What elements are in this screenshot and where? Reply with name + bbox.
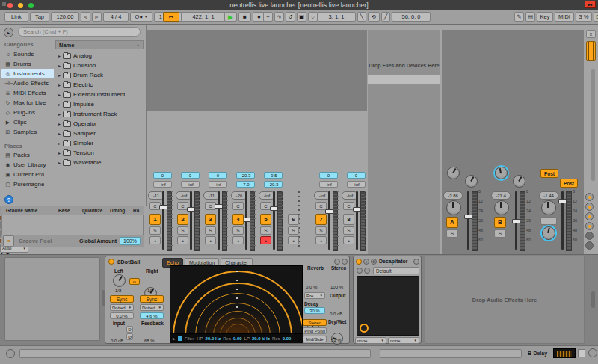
plugin-title[interactable]: Decapitator <box>379 259 408 264</box>
drop-audio-effects-area[interactable]: Drop Audio Effects Here <box>425 256 585 344</box>
groove-wave-icon[interactable]: ≈ <box>3 235 14 247</box>
show-returns-toggle[interactable] <box>585 212 594 220</box>
return-pan-knob[interactable] <box>446 200 461 215</box>
reverb-value[interactable]: 0.0 % <box>306 285 317 289</box>
punch-out-toggle[interactable]: ╱ <box>381 12 390 22</box>
echo-input-value[interactable]: 0.0 dB <box>111 339 123 343</box>
groove-column-2[interactable]: Quantize <box>82 208 102 213</box>
automation-arm-toggle[interactable]: ∿ <box>274 12 284 22</box>
return-activator-button[interactable]: A <box>446 217 458 228</box>
decay-field[interactable]: 30 % <box>304 307 325 314</box>
place-item-user-library[interactable]: ◉User Library <box>1 160 54 170</box>
echo-filter-bar[interactable]: ▶ Filter HP20.0 Hz Res0.00 LP20.0 kHz Re… <box>170 334 303 343</box>
arm-button[interactable]: ● <box>315 236 327 244</box>
sidebar-item-plug-ins[interactable]: ◇Plug-ins <box>1 108 54 117</box>
browser-item-collision[interactable]: ▸Collision <box>55 61 144 70</box>
expand-icon[interactable]: ▸ <box>58 111 61 117</box>
expand-icon[interactable]: ▸ <box>58 121 61 126</box>
browser-item-wavetable[interactable]: ▸Wavetable <box>55 158 144 167</box>
sidebar-item-drums[interactable]: ▦Drums <box>1 59 54 69</box>
reenable-automation-button[interactable]: ↺ <box>286 12 295 22</box>
plugin-xy-panel[interactable] <box>357 276 419 336</box>
echo-mode-mid-side[interactable]: Mid/Side <box>303 336 327 342</box>
master-solo-toggle[interactable] <box>540 217 557 225</box>
expand-icon[interactable]: ▸ <box>58 102 61 107</box>
groove-pool-tab[interactable]: Groove Pool <box>19 238 52 244</box>
browser-collapse-button[interactable]: ▸ <box>4 28 13 37</box>
sidebar-item-clips[interactable]: ▶Clips <box>1 117 54 127</box>
cue-volume-knob[interactable] <box>542 226 555 240</box>
session-view-selector[interactable] <box>586 41 596 61</box>
stop-all-clips-button[interactable]: ▶■ <box>585 1 596 8</box>
volume-fader-slot[interactable] <box>356 191 358 250</box>
echo-left-offset-field[interactable]: 0.0 % <box>110 312 134 319</box>
vertical-scrollbar[interactable] <box>591 69 595 181</box>
return-fader-slot[interactable] <box>467 191 469 250</box>
browser-item-impulse[interactable]: ▸Impulse <box>55 99 144 109</box>
show-io-toggle[interactable] <box>585 193 594 201</box>
draw-mode-toggle[interactable]: ✎ <box>514 12 524 22</box>
punch-in-toggle[interactable]: ╲ <box>357 12 366 22</box>
session-record-button[interactable]: ▣ <box>297 12 306 22</box>
send-b-field[interactable]: -inf <box>181 181 200 188</box>
send-b-field[interactable]: -20.3 <box>264 181 283 188</box>
sidebar-item-sounds[interactable]: ♫Sounds <box>1 49 54 59</box>
sidebar-item-midi-effects[interactable]: ≣MIDI Effects <box>1 88 54 98</box>
solo-button[interactable]: S <box>205 226 216 235</box>
hp-freq-value[interactable]: 20.0 Hz <box>206 336 221 341</box>
loop-toggle[interactable]: ⟲ <box>368 12 380 22</box>
place-item-current-pro[interactable]: ▣Current Pro <box>1 170 54 179</box>
track-activator-button[interactable]: 3 <box>205 214 216 225</box>
echo-left-mode-menu[interactable]: Dotted▼ <box>110 304 134 311</box>
plugin-activator-led[interactable] <box>356 259 362 265</box>
groove-column-3[interactable]: Timing <box>109 208 125 213</box>
echo-mode-stereo[interactable]: Stereo <box>303 319 327 326</box>
link-toggle[interactable]: Link <box>4 12 28 22</box>
send-b-field[interactable]: -inf <box>209 181 227 188</box>
preset-save-icon[interactable] <box>364 268 370 274</box>
show-crossfader-toggle[interactable] <box>585 241 594 250</box>
preset-name-field[interactable]: Default <box>373 267 419 274</box>
stop-button[interactable]: ■ <box>238 12 251 22</box>
send-b-field[interactable]: -inf <box>153 181 172 188</box>
arm-button[interactable]: ● <box>288 236 299 244</box>
return-send-a-knob[interactable] <box>495 167 508 179</box>
metronome-toggle[interactable]: O●▼ <box>130 12 152 22</box>
hot-swap-icon[interactable] <box>334 259 340 265</box>
show-track-delay-toggle[interactable] <box>585 232 594 240</box>
expand-icon[interactable]: ▸ <box>58 63 61 68</box>
key-map-button[interactable]: Key <box>537 12 553 22</box>
send-a-field[interactable]: 0 <box>181 172 200 179</box>
arm-button[interactable]: ● <box>177 236 188 244</box>
echo-mode-ping-pong[interactable]: Ping Pong <box>303 327 327 334</box>
sidebar-item-instruments[interactable]: ◎Instruments <box>1 69 54 78</box>
track-activator-button[interactable]: 2 <box>177 214 188 225</box>
solo-button[interactable]: S <box>288 226 299 235</box>
save-preset-icon[interactable] <box>342 259 348 265</box>
global-amount-field[interactable]: 100% <box>120 237 141 245</box>
post-a-toggle[interactable]: Post <box>540 169 558 178</box>
browser-item-drum-rack[interactable]: ▸Drum Rack <box>55 70 144 80</box>
groove-column-0[interactable]: Groove Name <box>6 208 37 213</box>
filter-play-icon[interactable]: ▶ <box>173 336 176 341</box>
echo-left-time-knob[interactable] <box>113 274 126 287</box>
browser-item-electric[interactable]: ▸Electric <box>55 80 144 90</box>
return-volume-field[interactable]: -3.86 <box>443 191 463 200</box>
notification-icon[interactable] <box>588 348 597 357</box>
show-mixer-toggle[interactable] <box>585 222 594 230</box>
track-activator-button[interactable]: 1 <box>150 214 161 225</box>
send-a-field[interactable]: 0 <box>209 172 227 179</box>
return-send-b-knob[interactable] <box>465 175 478 188</box>
drywet-value[interactable]: 51 % <box>331 338 342 342</box>
send-a-field[interactable]: 0 <box>347 172 366 179</box>
time-signature-field[interactable]: 4 / 4 <box>103 12 129 22</box>
help-icon[interactable]: ? <box>4 195 13 204</box>
volume-fader-slot[interactable] <box>218 191 220 250</box>
lp-freq-value[interactable]: 20.0 kHz <box>252 336 270 341</box>
expand-icon[interactable]: ▸ <box>58 73 61 78</box>
echo-right-sync-button[interactable]: Sync <box>140 295 164 303</box>
echo-right-offset-field[interactable]: 4.6 % <box>140 312 164 319</box>
expand-icon[interactable]: ▸ <box>58 82 61 87</box>
volume-fader-slot[interactable] <box>328 191 330 250</box>
expand-icon[interactable]: ▸ <box>58 92 61 97</box>
